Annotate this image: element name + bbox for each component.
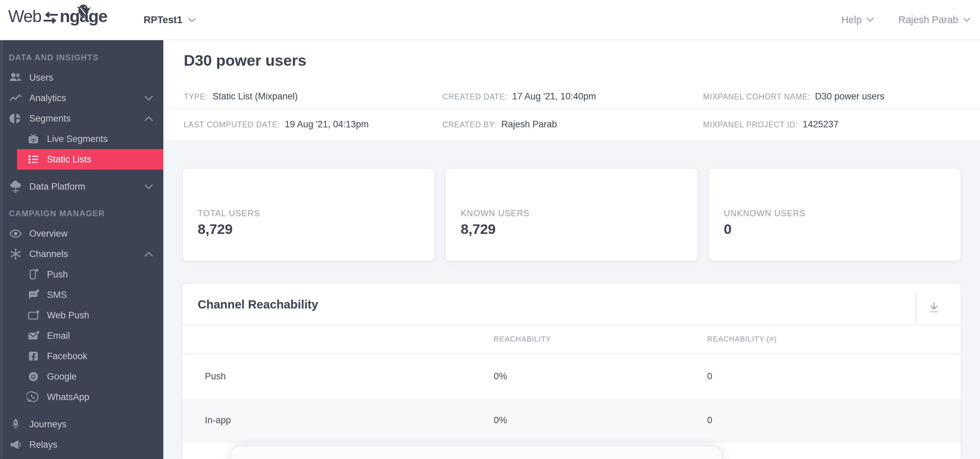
column-header-reachability: REACHABILITY <box>494 325 551 354</box>
chevron-down-icon <box>144 182 153 192</box>
card-label: UNKNOWN USERS <box>724 209 806 218</box>
main-content: D30 power users TYPE: Static List (Mixpa… <box>163 40 980 459</box>
sidebar-item-whatsapp[interactable]: WhatsApp <box>0 387 163 407</box>
sidebar-item-label: Segments <box>29 113 71 124</box>
unknown-users-card: UNKNOWN USERS 0 <box>709 169 961 261</box>
chevron-up-icon <box>144 113 153 124</box>
meta-label: TYPE: <box>184 92 208 102</box>
sidebar-item-channels[interactable]: Channels <box>0 244 163 264</box>
sidebar-item-label: Push <box>47 269 68 280</box>
sidebar-item-label: Channels <box>29 249 68 260</box>
meta-value: Rajesh Parab <box>501 119 557 130</box>
google-icon: G <box>27 370 40 383</box>
meta-label: MIXPANEL COHORT NAME: <box>703 92 810 102</box>
sidebar-item-segments[interactable]: Segments <box>0 108 163 129</box>
sidebar-item-label: Journeys <box>29 419 67 430</box>
page-header: D30 power users TYPE: Static List (Mixpa… <box>163 40 980 140</box>
sidebar-item-sms[interactable]: SMS <box>0 285 163 305</box>
sidebar-nav: DATA AND INSIGHTS Users Analytics <box>0 40 163 455</box>
panel-header-divider <box>916 293 916 322</box>
meta-type: TYPE: Static List (Mixpanel) <box>184 91 298 102</box>
user-name: Rajesh Parab <box>898 14 958 26</box>
sidebar-item-label: Google <box>47 371 76 382</box>
meta-mixpanel-cohort-name: MIXPANEL COHORT NAME: D30 power users <box>703 91 885 102</box>
sidebar-item-label: Static Lists <box>47 154 92 165</box>
sidebar-item-push[interactable]: Push <box>0 264 163 285</box>
sidebar-item-static-lists[interactable]: Static Lists <box>17 149 163 170</box>
segments-icon <box>9 112 22 125</box>
sidebar-item-label: SMS <box>47 290 67 300</box>
user-menu[interactable]: Rajesh Parab <box>898 14 970 26</box>
sidebar-item-relays[interactable]: Relays <box>0 435 163 455</box>
sidebar: DATA AND INSIGHTS Users Analytics <box>0 40 163 459</box>
push-channel-icon <box>27 268 40 281</box>
sidebar-item-email[interactable]: Email <box>0 325 163 346</box>
top-bar: Web ngage RPTest1 Help Rajesh Parab <box>0 0 980 40</box>
meta-created-date: CREATED DATE: 17 Aug '21, 10:40pm <box>442 91 596 102</box>
meta-label: CREATED BY: <box>442 120 496 129</box>
facebook-icon <box>27 349 40 363</box>
table-row: In-app 0% 0 <box>183 399 961 442</box>
panel-title: Channel Reachability <box>198 298 318 311</box>
card-label: KNOWN USERS <box>461 209 530 218</box>
card-value: 0 <box>724 222 732 237</box>
help-menu[interactable]: Help <box>842 14 874 26</box>
chevron-down-icon <box>963 18 970 22</box>
sidebar-item-label: Live Segments <box>47 134 108 144</box>
sidebar-item-live-segments[interactable]: Live Segments <box>0 129 163 149</box>
sidebar-item-label: Relays <box>29 440 57 450</box>
download-button[interactable] <box>922 296 946 320</box>
known-users-card: KNOWN USERS 8,729 <box>446 169 698 261</box>
cell-channel: Push <box>205 354 226 399</box>
sidebar-item-web-push[interactable]: Web Push <box>0 305 163 325</box>
static-lists-icon <box>27 153 40 166</box>
sidebar-item-label: Overview <box>29 228 68 239</box>
users-icon <box>9 71 22 84</box>
sidebar-item-google[interactable]: G Google <box>0 367 163 387</box>
sidebar-item-users[interactable]: Users <box>0 67 163 88</box>
sidebar-item-journeys[interactable]: Journeys <box>0 414 163 435</box>
meta-created-by: CREATED BY: Rajesh Parab <box>442 119 557 130</box>
live-segments-icon <box>27 132 40 146</box>
table-row: Push 0% 0 <box>183 354 961 399</box>
column-header-reachability-count: REACHABILITY (#) <box>707 325 776 354</box>
bottom-scroll-shadow <box>231 447 721 459</box>
eye-icon <box>9 227 22 241</box>
page-title: D30 power users <box>184 52 306 70</box>
channels-icon <box>9 247 22 261</box>
sidebar-item-label: Users <box>29 73 53 83</box>
cell-reachability-count: 0 <box>707 354 712 399</box>
web-push-channel-icon <box>27 309 40 322</box>
sidebar-item-label: WhatsApp <box>47 392 89 402</box>
webengage-logo[interactable]: Web ngage <box>8 5 107 27</box>
whatsapp-icon <box>27 390 40 404</box>
email-channel-icon <box>27 329 40 343</box>
chevron-down-icon <box>144 93 153 104</box>
chevron-down-icon <box>866 18 874 22</box>
channel-reachability-panel: Channel Reachability REACHABILITY REACHA… <box>183 284 961 459</box>
cell-reachability: 0% <box>494 354 507 399</box>
sidebar-item-overview[interactable]: Overview <box>0 223 163 244</box>
card-label: TOTAL USERS <box>198 209 260 218</box>
help-label: Help <box>842 14 862 26</box>
logo-bird-icon <box>70 0 96 26</box>
sidebar-item-label: Analytics <box>29 93 66 104</box>
card-value: 8,729 <box>461 222 496 237</box>
download-icon <box>926 300 942 316</box>
total-users-card: TOTAL USERS 8,729 <box>183 169 434 261</box>
project-selector[interactable]: RPTest1 <box>143 0 196 40</box>
sidebar-item-label: Email <box>47 331 70 341</box>
sidebar-item-data-platform[interactable]: Data Platform <box>0 176 163 197</box>
meta-label: CREATED DATE: <box>442 92 508 102</box>
topbar-right-menu: Help Rajesh Parab <box>842 0 970 40</box>
sidebar-item-analytics[interactable]: Analytics <box>0 88 163 108</box>
chevron-down-icon <box>188 18 196 22</box>
meta-mixpanel-project-id: MIXPANEL PROJECT ID: 1425237 <box>703 119 838 130</box>
meta-value: 17 Aug '21, 10:40pm <box>512 91 596 102</box>
section-data-and-insights: DATA AND INSIGHTS <box>0 48 163 67</box>
cell-reachability: 0% <box>494 399 507 441</box>
meta-last-computed-date: LAST COMPUTED DATE: 19 Aug '21, 04:13pm <box>184 119 369 130</box>
sidebar-item-facebook[interactable]: Facebook <box>0 346 163 367</box>
sms-channel-icon <box>27 288 40 302</box>
logo-text-web: Web <box>8 5 41 27</box>
